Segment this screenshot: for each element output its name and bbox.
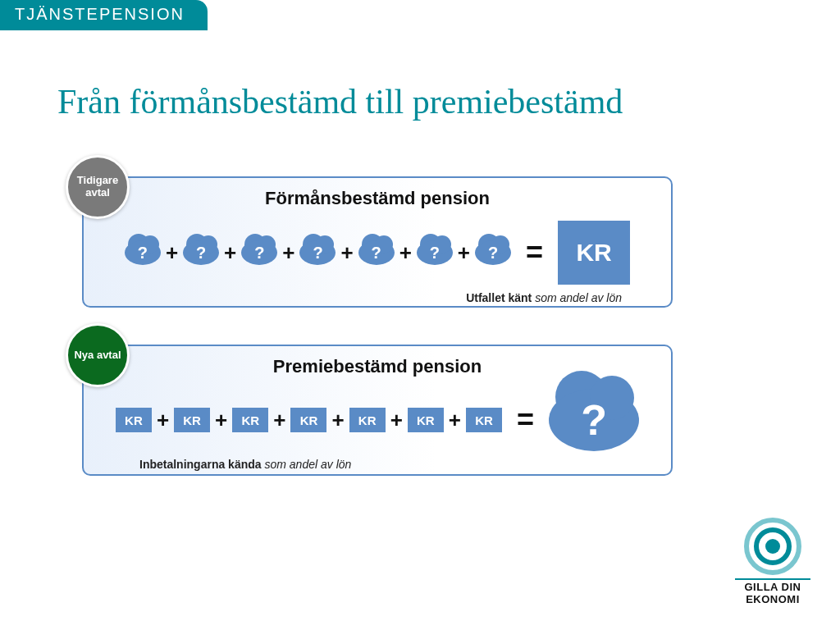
- caption-bold: Inbetalningarna kända: [139, 458, 262, 471]
- kr-box-icon: KR: [116, 408, 152, 432]
- panel-caption: Utfallet känt som andel av lön: [84, 291, 671, 304]
- caption-rest: som andel av lön: [262, 458, 352, 471]
- equals-icon: =: [526, 235, 543, 270]
- panel-heading: Förmånsbestämd pension: [84, 188, 671, 209]
- plus-icon: +: [273, 408, 285, 433]
- result-kr-box: KR: [558, 221, 630, 285]
- logo-line1: GILLA DIN: [735, 582, 810, 593]
- kr-box-icon: KR: [349, 408, 386, 432]
- question-cloud-icon: ?: [241, 240, 277, 265]
- category-tab-label: TJÄNSTEPENSION: [15, 5, 185, 23]
- plus-icon: +: [340, 240, 353, 266]
- question-cloud-icon: ?: [475, 240, 511, 265]
- logo-line2: EKONOMI: [735, 594, 810, 605]
- plus-icon: +: [157, 408, 169, 433]
- page-title: Från förmånsbestämd till premiebestämd: [57, 82, 623, 121]
- kr-box-icon: KR: [408, 408, 444, 432]
- caption-bold: Utfallet känt: [466, 291, 532, 304]
- svg-point-2: [765, 539, 780, 554]
- badge-label: Nya avtal: [74, 349, 121, 362]
- equation-premie: KR + KR + KR + KR + KR + KR + KR = ?: [84, 389, 671, 451]
- equals-icon: =: [517, 403, 534, 437]
- plus-icon: +: [215, 408, 227, 433]
- kr-box-icon: KR: [232, 408, 268, 432]
- question-cloud-icon: ?: [183, 240, 219, 265]
- panel-forman: Tidigare avtal Förmånsbestämd pension ? …: [82, 176, 673, 308]
- result-question-cloud: ?: [549, 389, 639, 451]
- tab-underline: [0, 28, 197, 30]
- question-cloud-icon: ?: [125, 240, 161, 265]
- question-cloud-icon: ?: [358, 240, 395, 265]
- target-icon: [744, 518, 801, 575]
- badge-label: Tidigare avtal: [68, 175, 127, 199]
- plus-icon: +: [449, 408, 461, 433]
- plus-icon: +: [166, 240, 178, 266]
- panel-premie: Nya avtal Premiebestämd pension KR + KR …: [82, 345, 673, 476]
- logo-text: GILLA DIN EKONOMI: [735, 578, 810, 605]
- plus-icon: +: [224, 240, 236, 266]
- plus-icon: +: [390, 408, 403, 433]
- kr-box-icon: KR: [466, 408, 502, 432]
- plus-icon: +: [399, 240, 412, 266]
- brand-logo: GILLA DIN EKONOMI: [735, 518, 810, 605]
- kr-box-icon: KR: [174, 408, 210, 432]
- plus-icon: +: [282, 240, 294, 266]
- category-tab: TJÄNSTEPENSION: [0, 0, 208, 30]
- question-cloud-icon: ?: [417, 240, 453, 265]
- kr-box-icon: KR: [290, 408, 326, 432]
- caption-rest: som andel av lön: [532, 291, 622, 304]
- equation-forman: ? + ? + ? + ? + ? + ? + ? = KR: [84, 221, 671, 285]
- plus-icon: +: [331, 408, 344, 433]
- plus-icon: +: [458, 240, 470, 266]
- badge-nya-avtal: Nya avtal: [66, 323, 130, 387]
- panel-caption: Inbetalningarna kända som andel av lön: [84, 458, 671, 471]
- question-cloud-icon: ?: [299, 240, 336, 265]
- badge-tidigare-avtal: Tidigare avtal: [66, 155, 130, 219]
